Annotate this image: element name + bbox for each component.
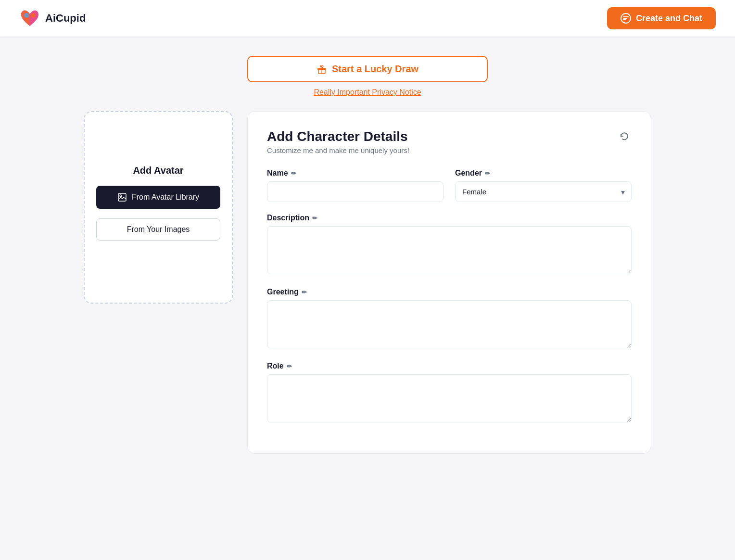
reset-button[interactable] — [617, 129, 632, 146]
name-edit-icon: ✏ — [291, 170, 296, 177]
greeting-edit-icon: ✏ — [302, 289, 307, 296]
gender-field-group: Gender ✏ Female Male Non-binary Other ▾ — [455, 169, 632, 202]
name-input[interactable] — [267, 181, 444, 202]
svg-point-1 — [31, 13, 36, 18]
header: AiCupid Create and Chat — [0, 0, 735, 37]
logo-icon — [19, 8, 40, 29]
greeting-label: Greeting ✏ — [267, 288, 632, 296]
gender-select-wrapper: Female Male Non-binary Other ▾ — [455, 181, 632, 202]
main-content: Start a Lucky Draw Really Important Priv… — [55, 37, 680, 473]
details-subtitle: Customize me and make me uniquely yours! — [267, 146, 409, 154]
chat-icon — [621, 13, 631, 24]
description-field-group: Description ✏ — [267, 214, 632, 276]
logo-area: AiCupid — [19, 8, 86, 29]
svg-point-7 — [120, 195, 122, 197]
role-label: Role ✏ — [267, 362, 632, 370]
description-label: Description ✏ — [267, 214, 632, 222]
role-input[interactable] — [267, 374, 632, 422]
from-images-button[interactable]: From Your Images — [96, 218, 220, 241]
svg-point-0 — [24, 13, 29, 18]
lucky-draw-button[interactable]: Start a Lucky Draw — [247, 56, 488, 82]
details-title: Add Character Details — [267, 129, 409, 144]
details-panel: Add Character Details Customize me and m… — [247, 111, 651, 454]
gender-label: Gender ✏ — [455, 169, 632, 178]
gender-select[interactable]: Female Male Non-binary Other — [455, 181, 632, 202]
logo-text: AiCupid — [45, 12, 86, 25]
details-header: Add Character Details Customize me and m… — [267, 129, 632, 154]
avatar-title: Add Avatar — [133, 165, 183, 176]
from-library-button[interactable]: From Avatar Library — [96, 186, 220, 209]
lucky-draw-label: Start a Lucky Draw — [332, 64, 418, 75]
greeting-input[interactable] — [267, 300, 632, 348]
create-chat-button[interactable]: Create and Chat — [607, 7, 716, 29]
role-edit-icon: ✏ — [287, 363, 292, 370]
avatar-panel: Add Avatar From Avatar Library From Your… — [84, 111, 233, 304]
description-input[interactable] — [267, 226, 632, 274]
description-edit-icon: ✏ — [312, 215, 317, 222]
role-field-group: Role ✏ — [267, 362, 632, 424]
name-gender-row: Name ✏ Gender ✏ Female Male Non-bin — [267, 169, 632, 202]
privacy-link[interactable]: Really Important Privacy Notice — [314, 88, 421, 97]
reset-icon — [619, 131, 630, 141]
library-icon — [117, 192, 127, 202]
svg-rect-6 — [118, 193, 126, 201]
gift-icon — [317, 64, 327, 75]
lucky-draw-section: Start a Lucky Draw Really Important Priv… — [84, 56, 651, 97]
greeting-field-group: Greeting ✏ — [267, 288, 632, 350]
name-field-group: Name ✏ — [267, 169, 444, 202]
gender-edit-icon: ✏ — [485, 170, 490, 177]
two-column-layout: Add Avatar From Avatar Library From Your… — [84, 111, 651, 454]
name-label: Name ✏ — [267, 169, 444, 178]
details-title-group: Add Character Details Customize me and m… — [267, 129, 409, 154]
